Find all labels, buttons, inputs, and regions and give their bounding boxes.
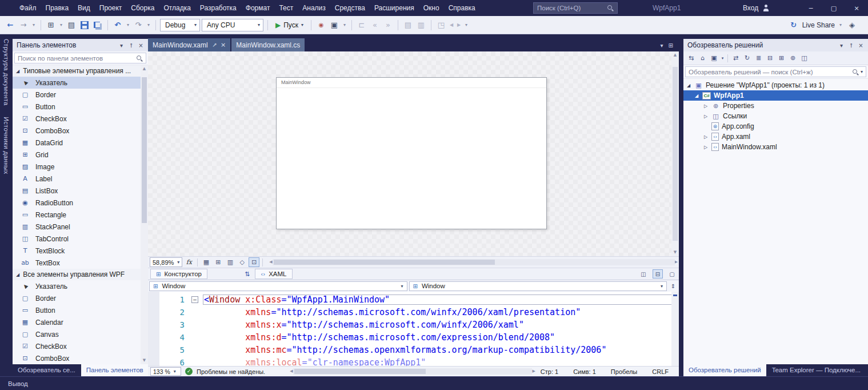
code-line[interactable]: 3 xmlns:x="http://schemas.microsoft.com/… [148,319,679,331]
close-icon[interactable]: × [136,42,146,49]
designer-horizontal-scrollbar[interactable]: ◀ ▶ [269,258,678,267]
menu-file[interactable]: Файл [15,0,41,16]
snap-to-grid-icon[interactable]: ⊞ [213,257,223,267]
toolbox-group-common-wpf[interactable]: ◢ Типовые элементы управления ... [13,65,148,77]
status-eol[interactable]: CRLF [652,368,669,375]
xaml-element-breadcrumb[interactable]: ⊞ Window ▾ [409,281,667,291]
toolbox-search[interactable]: Поиск по панели элементов [13,51,148,65]
menu-help[interactable]: Справка [444,0,480,16]
toolbar-options-dropdown[interactable]: ▾ [463,19,469,31]
tree-item-app-config[interactable]: ⊛ App.config [683,121,868,132]
vertical-split-icon[interactable]: ◫ [638,269,649,278]
status-spaces[interactable]: Пробелы [611,368,637,375]
code-health-icon[interactable]: ✓ [185,368,193,375]
code-line[interactable]: 2 xmlns="http://schemas.microsoft.com/wi… [148,306,679,319]
toolbox-item-grid[interactable]: ⊞Grid [13,149,148,161]
code-line[interactable]: 1 − <Window x:Class="WpfApp1.MainWindow" [148,293,679,306]
start-debugging-button[interactable]: ▶ Пуск ▾ [272,19,307,31]
increase-indent-icon[interactable]: » [382,19,394,31]
new-item-dropdown[interactable]: ▾ [58,19,64,31]
code-text[interactable]: xmlns:mc="http://schemas.openxmlformats.… [203,345,679,355]
expander-icon[interactable]: ◢ [686,83,691,88]
solution-explorer-search[interactable]: Обозреватель решений — поиск (Ctrl+ж) ▾ [683,65,868,79]
menu-window[interactable]: Окно [419,0,444,16]
toolbox-header[interactable]: Панель элементов ▾ ⊸ × [13,39,148,51]
toolbox-item-calendar[interactable]: ▦Calendar [13,316,148,328]
code-line[interactable]: 5 xmlns:mc="http://schemas.openxmlformat… [148,344,679,356]
side-tab-data-sources[interactable]: Источники данных [3,117,10,174]
menu-build[interactable]: Сборка [126,0,159,16]
output-panel-bar[interactable]: Вывод [0,376,868,390]
navigation-dropdown[interactable]: ▾ [31,19,37,31]
toolbox-item-combobox[interactable]: ⊡ComboBox [13,125,148,137]
collapse-pane-icon[interactable]: ▢ [667,269,677,278]
float-window-icon[interactable]: ⊞ [669,42,673,49]
code-line[interactable]: 6 xmlns:local="clr-namespace:WpfApp1" [148,356,679,366]
solution-platforms-select[interactable]: Any CPU ▾ [202,19,263,31]
collapse-all-icon[interactable]: ⊟ [765,53,775,63]
tab-toolbox[interactable]: Панель элементов [81,364,149,376]
code-health-message[interactable]: Проблемы не найдены. [197,368,265,375]
xaml-code-editor[interactable]: 1 − <Window x:Class="WpfApp1.MainWindow"… [148,292,679,366]
scroll-up-icon[interactable]: ▲ [143,65,146,73]
document-tab-mainwindow-xaml[interactable]: MainWindow.xaml ⊸ × [148,38,230,51]
toggle-bookmark-icon[interactable]: ◳ [435,19,447,31]
filter-dropdown[interactable]: ▾ [720,53,725,63]
scroll-up-icon[interactable]: ▲ [674,51,677,59]
toolbox-item-rectangle[interactable]: ▭Rectangle [13,209,148,221]
show-snaplines-icon[interactable]: ▥ [225,257,235,267]
solution-explorer-header[interactable]: Обозреватель решений ▾ ⊸ × [683,39,868,51]
tree-item-project-wpfapp1[interactable]: ◢ C# WpfApp1 [683,90,868,101]
scrollbar-thumb[interactable] [294,369,426,374]
undo-icon[interactable]: ↶ [112,19,123,31]
tab-server-explorer[interactable]: Обозреватель се... [13,364,81,376]
toolbox-item-canvas[interactable]: ▢Canvas [13,328,148,340]
xaml-designer-surface[interactable]: MainWindow ▲ ▼ [148,51,679,256]
toolbox-item-pointer[interactable]: ▶Указатель [13,77,148,89]
editor-horizontal-scrollbar[interactable]: ◀ ▶ [290,367,535,376]
toolbox-item-radiobutton[interactable]: ◉RadioButton [13,197,148,209]
editor-vertical-scrollbar[interactable] [671,292,679,366]
code-text[interactable]: xmlns:x="http://schemas.microsoft.com/wi… [203,320,679,330]
scrollbar-thumb[interactable] [673,67,678,241]
scrollbar-thumb[interactable] [142,77,147,223]
editor-indicator-margin[interactable] [148,292,159,366]
menu-extensions[interactable]: Расширения [370,0,419,16]
save-all-icon[interactable] [94,22,100,28]
design-window-preview[interactable]: MainWindow [276,77,547,229]
quick-launch-search[interactable]: Поиск (Ctrl+Q) [533,2,618,14]
toolbox-group-all-wpf[interactable]: ◢ Все элементы управления WPF [13,269,148,280]
menu-view[interactable]: Вид [73,0,95,16]
scrollbar-thumb[interactable] [274,260,495,265]
sync-with-active-document-icon[interactable]: ⇄ [730,53,741,63]
menu-analyze[interactable]: Анализ [298,0,330,16]
toolbox-scrollbar[interactable]: ▲ ▼ [141,65,148,364]
snap-to-snaplines-icon[interactable]: ⊡ [249,257,259,267]
find-in-files-icon[interactable]: ▣ [329,19,340,31]
sign-in-button[interactable]: Вход [743,0,769,16]
navigate-back-icon[interactable]: ← [5,19,16,31]
toolbox-item-textblock[interactable]: TTextBlock [13,245,148,257]
toolbox-item-pointer[interactable]: ▶Указатель [13,280,148,292]
expander-icon[interactable]: ▷ [703,104,709,109]
preview-selected-icon[interactable]: ◫ [799,53,810,63]
output-panel-title[interactable]: Вывод [8,380,28,387]
tab-team-explorer[interactable]: Team Explorer — Подключе... [767,364,866,376]
expander-icon[interactable]: ◢ [694,93,699,98]
effects-toggle-icon[interactable]: fx [183,257,194,267]
live-share-label[interactable]: Live Share [802,21,835,29]
scroll-down-icon[interactable]: ▼ [674,249,677,256]
tab-solution-explorer[interactable]: Обозреватель решений [683,364,766,376]
next-bookmark-icon[interactable]: ▶ [456,19,462,31]
expander-icon[interactable]: ▷ [703,134,709,140]
xaml-pane-tab[interactable]: ‹› XAML [255,269,292,279]
menu-design[interactable]: Разработка [195,0,241,16]
minimize-button[interactable]: ─ [799,0,822,16]
undo-dropdown[interactable]: ▾ [125,19,131,31]
horizontal-split-icon[interactable]: ⊟ [653,269,663,278]
toolbox-item-image[interactable]: ▨Image [13,161,148,173]
show-grid-icon[interactable]: ▦ [201,257,211,267]
toolbox-item-button[interactable]: ▭Button [13,304,148,316]
save-icon[interactable] [81,21,89,29]
toolbox-item-border[interactable]: ▢Border [13,292,148,304]
